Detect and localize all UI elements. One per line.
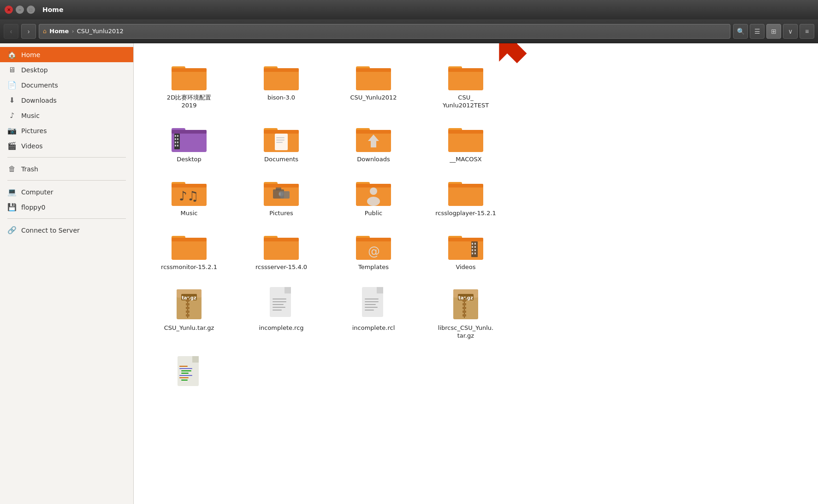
- svg-rect-74: [172, 238, 207, 241]
- minimize-button[interactable]: –: [16, 6, 24, 14]
- file-name-music: Music: [181, 210, 198, 217]
- sort-button[interactable]: ∨: [783, 24, 798, 39]
- back-button[interactable]: ‹: [4, 24, 18, 39]
- svg-rect-137: [179, 368, 192, 369]
- file-item-2d[interactable]: 2D比赛环境配置2019: [148, 57, 231, 114]
- breadcrumb-bar[interactable]: ⌂ Home › CSU_Yunlu2012: [39, 24, 730, 39]
- file-name-public: Public: [365, 210, 382, 217]
- svg-rect-45: [448, 132, 483, 152]
- home-icon: ⌂: [43, 28, 47, 35]
- file-item-code[interactable]: [148, 349, 231, 398]
- file-area: 2D比赛环境配置2019 bison-3.0 CSU_Yun: [134, 43, 818, 504]
- svg-rect-89: [472, 243, 473, 245]
- folder-icon: [263, 62, 300, 91]
- sidebar-item-connect[interactable]: 🔗 Connect to Server: [0, 223, 133, 238]
- sidebar-separator-3: [7, 218, 126, 219]
- svg-rect-36: [276, 140, 285, 141]
- breadcrumb-sub[interactable]: CSU_Yunlu2012: [77, 28, 124, 35]
- sidebar-item-documents[interactable]: 📄 Documents: [0, 77, 133, 93]
- file-item-rcssser[interactable]: rcssserver-15.4.0: [240, 227, 323, 276]
- sidebar-item-home[interactable]: 🏠 Home: [0, 47, 133, 62]
- home-sidebar-icon: 🏠: [7, 50, 17, 59]
- file-item-downloads[interactable]: Downloads: [332, 119, 415, 168]
- svg-rect-3: [172, 68, 207, 72]
- file-item-csugz[interactable]: tar.gz CSU_Yunlu.tar.gz: [148, 280, 231, 345]
- file-name-incomplete-rcl: incomplete.rcl: [352, 324, 395, 332]
- sidebar-floppy-label: floppy0: [21, 204, 45, 211]
- svg-rect-78: [264, 238, 299, 241]
- desktop-sidebar-icon: 🖥: [7, 65, 17, 74]
- svg-rect-129: [462, 303, 466, 305]
- file-item-pictures[interactable]: Pictures: [240, 173, 323, 222]
- svg-rect-119: [365, 301, 379, 302]
- list-view-button[interactable]: ☰: [750, 24, 765, 39]
- svg-rect-135: [192, 356, 199, 363]
- search-button[interactable]: 🔍: [733, 24, 748, 39]
- file-item-incomplete-rcl[interactable]: incomplete.rcl: [332, 280, 415, 345]
- sidebar-item-trash[interactable]: 🗑 Trash: [0, 161, 133, 176]
- sidebar-item-pictures[interactable]: 📷 Pictures: [0, 123, 133, 138]
- svg-rect-70: [448, 184, 483, 188]
- svg-rect-113: [273, 307, 285, 308]
- svg-rect-140: [179, 375, 192, 376]
- breadcrumb-home[interactable]: Home: [49, 28, 69, 35]
- file-item-bison[interactable]: bison-3.0: [240, 57, 323, 114]
- svg-rect-131: [462, 311, 466, 313]
- svg-rect-112: [273, 304, 284, 305]
- floppy-sidebar-icon: 💾: [7, 203, 17, 211]
- sidebar-item-music[interactable]: ♪ Music: [0, 108, 133, 123]
- svg-rect-141: [179, 377, 189, 378]
- file-item-templates[interactable]: @ Templates: [332, 227, 415, 276]
- sidebar-item-videos[interactable]: 🎬 Videos: [0, 138, 133, 153]
- svg-rect-22: [175, 135, 176, 137]
- file-item-incomplete-rcg[interactable]: incomplete.rcg: [240, 280, 323, 345]
- sidebar-item-desktop[interactable]: 🖥 Desktop: [0, 62, 133, 77]
- file-item-macosx[interactable]: __MACOSX: [424, 119, 507, 168]
- svg-rect-122: [365, 310, 374, 311]
- svg-rect-93: [474, 243, 476, 245]
- menu-button[interactable]: ≡: [800, 24, 814, 39]
- svg-rect-6: [264, 70, 299, 90]
- maximize-button[interactable]: □: [27, 6, 35, 14]
- svg-rect-109: [285, 287, 291, 293]
- svg-rect-64: [356, 184, 391, 188]
- red-arrow: [484, 43, 530, 66]
- svg-rect-91: [472, 249, 473, 251]
- svg-rect-86: [448, 240, 483, 260]
- sidebar-item-computer[interactable]: 💻 Computer: [0, 184, 133, 199]
- grid-view-button[interactable]: ⊞: [766, 24, 781, 39]
- folder-downloads-icon: [355, 123, 392, 153]
- sidebar-desktop-label: Desktop: [21, 66, 48, 74]
- file-item-videos[interactable]: Videos: [424, 227, 507, 276]
- sidebar-downloads-label: Downloads: [21, 97, 57, 104]
- file-item-rcssmon[interactable]: rcssmonitor-15.2.1: [148, 227, 231, 276]
- forward-button[interactable]: ›: [21, 24, 36, 39]
- svg-rect-104: [186, 307, 190, 309]
- pictures-sidebar-icon: 📷: [7, 126, 17, 135]
- file-item-csut[interactable]: CSU_Yunlu2012TEST: [424, 57, 507, 114]
- documents-sidebar-icon: 📄: [7, 81, 17, 89]
- file-item-music[interactable]: ♪♫ Music: [148, 173, 231, 222]
- folder-rcssmon-icon: [171, 231, 207, 261]
- svg-rect-130: [462, 307, 466, 309]
- sidebar-item-floppy[interactable]: 💾 floppy0: [0, 199, 133, 215]
- sidebar-item-downloads[interactable]: ⬇ Downloads: [0, 93, 133, 108]
- file-item-csu[interactable]: CSU_Yunlu2012: [332, 57, 415, 114]
- svg-rect-23: [175, 138, 176, 140]
- svg-text:@: @: [368, 244, 380, 258]
- svg-text:♪♫: ♪♫: [179, 188, 199, 204]
- svg-rect-128: [462, 299, 466, 302]
- file-item-rcsslog[interactable]: rcsslogplayer-15.2.1: [424, 173, 507, 222]
- svg-rect-111: [273, 301, 286, 302]
- file-item-public[interactable]: Public: [332, 173, 415, 222]
- videos-sidebar-icon: 🎬: [7, 141, 17, 150]
- svg-rect-103: [186, 303, 190, 305]
- svg-rect-117: [377, 287, 383, 293]
- file-item-librcsc[interactable]: tar.gz librcsc_CSU_Yunlu.tar.gz: [424, 280, 507, 345]
- file-name-pictures: Pictures: [269, 210, 293, 217]
- sidebar-separator-2: [7, 180, 126, 181]
- file-item-desktop[interactable]: Desktop: [148, 119, 231, 168]
- close-button[interactable]: ✕: [5, 6, 13, 14]
- file-item-documents[interactable]: Documents: [240, 119, 323, 168]
- file-name-rcsslog: rcsslogplayer-15.2.1: [435, 210, 496, 217]
